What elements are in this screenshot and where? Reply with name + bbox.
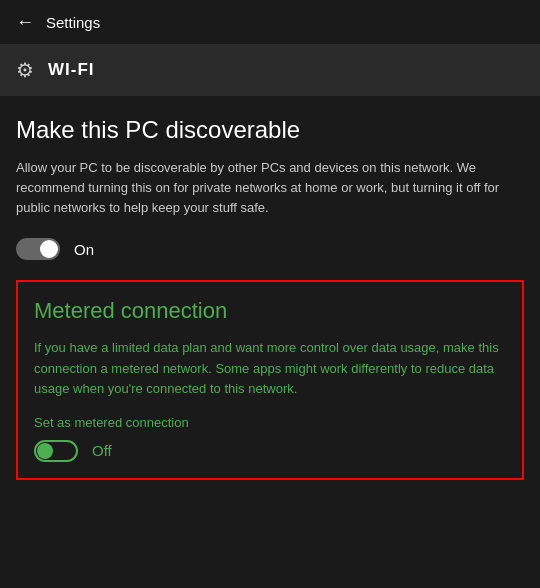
header-bar: ← Settings: [0, 0, 540, 44]
metered-set-label: Set as metered connection: [34, 415, 506, 430]
discoverable-toggle-row: On: [16, 238, 524, 260]
back-button[interactable]: ←: [16, 12, 34, 33]
metered-toggle-label: Off: [92, 442, 112, 459]
gear-icon: ⚙: [16, 58, 34, 82]
metered-toggle[interactable]: [34, 440, 78, 462]
section-title-bar: ⚙ WI-FI: [0, 44, 540, 96]
metered-description: If you have a limited data plan and want…: [34, 338, 506, 398]
discoverable-description: Allow your PC to be discoverable by othe…: [16, 158, 524, 218]
header-title: Settings: [46, 14, 100, 31]
section-title: WI-FI: [48, 60, 95, 80]
page-heading: Make this PC discoverable: [16, 116, 524, 144]
metered-section: Metered connection If you have a limited…: [16, 280, 524, 479]
discoverable-toggle-label: On: [74, 241, 94, 258]
discoverable-toggle[interactable]: [16, 238, 60, 260]
main-content: Make this PC discoverable Allow your PC …: [0, 96, 540, 496]
metered-heading: Metered connection: [34, 298, 506, 324]
metered-toggle-row: Off: [34, 440, 506, 462]
metered-toggle-thumb: [37, 443, 53, 459]
